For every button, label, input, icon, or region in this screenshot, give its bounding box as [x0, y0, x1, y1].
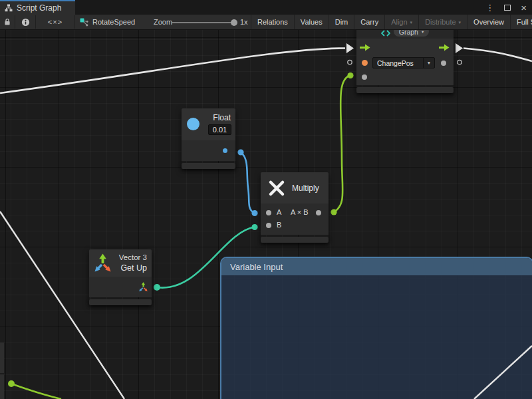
fullscreen-button[interactable]: Full Screen	[510, 15, 532, 29]
wire-end-teal[interactable]	[251, 224, 257, 230]
port-float-output[interactable]	[223, 148, 227, 153]
port-output-label: A × B	[291, 208, 309, 216]
node-subtitle: Get Up	[120, 263, 147, 273]
node-body	[182, 140, 235, 161]
toolbar-buttons: Relations Values Dim Carry Align▾ Distri…	[251, 15, 532, 29]
node-footer	[261, 237, 329, 243]
zoom-value: 1x	[240, 15, 248, 29]
more-button[interactable]: ⋮	[485, 3, 494, 12]
graph-dropdown-button[interactable]: Graph ▾	[394, 30, 429, 37]
control-input-triangle[interactable]	[346, 43, 354, 53]
code-view-button[interactable]: <×>	[36, 15, 74, 29]
wire-blue-float-to-multiply	[241, 152, 254, 213]
graph-name-label: RotateSpeed	[92, 18, 135, 26]
node-body: ChangePos ▼	[356, 39, 454, 85]
node-footer	[356, 87, 454, 93]
open-port[interactable]	[348, 60, 352, 64]
info-icon	[21, 18, 30, 27]
node-header: Vector 3 Get Up	[89, 249, 152, 277]
wire-green-multiply-to-graph	[334, 76, 350, 213]
port-b-label: B	[277, 221, 281, 229]
wire-end-blue[interactable]	[251, 210, 257, 216]
overview-button[interactable]: Overview	[467, 15, 510, 29]
port-vector3-output[interactable]	[138, 282, 148, 292]
tab-title: Script Graph	[17, 3, 61, 13]
window-controls: ⋮ ×	[485, 0, 527, 15]
wire-green-bottom-left	[11, 384, 61, 399]
info-button[interactable]	[15, 15, 35, 29]
carry-button[interactable]: Carry	[354, 15, 384, 29]
script-graph-window: Script Graph ⋮ × <×>	[0, 0, 532, 399]
changepos-dropdown[interactable]: ChangePos ▼	[372, 57, 435, 68]
node-footer	[89, 299, 152, 305]
node-title: Float	[213, 113, 231, 122]
node-body: A A × B B	[261, 203, 329, 235]
vector3-icon	[93, 253, 112, 273]
maximize-button[interactable]	[504, 5, 511, 11]
port-orange[interactable]	[362, 60, 368, 66]
wire-control-out	[464, 49, 532, 62]
edge-node-body[interactable]	[0, 374, 4, 399]
align-button[interactable]: Align▾	[384, 15, 418, 29]
chevron-down-icon: ▾	[459, 20, 462, 25]
zoom-label: Zoom	[154, 15, 172, 29]
float-value-field[interactable]: 0.01	[208, 124, 231, 135]
wire-white-diagonal-right	[474, 346, 532, 399]
port-gray[interactable]	[441, 61, 446, 66]
float-icon	[187, 118, 200, 130]
graph-toolbar: <×> RotateSpeed Zoom 1x Relations Values…	[0, 15, 532, 30]
node-graph-event[interactable]: Graph ▾ ChangePos ▼	[356, 30, 454, 93]
port-a-label: A	[277, 208, 281, 216]
open-port[interactable]	[458, 60, 462, 64]
dim-button[interactable]: Dim	[329, 15, 354, 29]
changepos-value: ChangePos	[373, 59, 423, 67]
control-output-triangle[interactable]	[456, 43, 463, 53]
wire-end-green[interactable]	[8, 380, 15, 387]
port-out[interactable]	[316, 210, 321, 215]
chevron-down-icon: ▾	[410, 20, 413, 25]
wire-teal-vector3-to-multiply	[157, 227, 255, 288]
lock-icon	[3, 18, 11, 26]
node-vector3-get-up[interactable]: Vector 3 Get Up	[89, 249, 152, 305]
distribute-button[interactable]: Distribute▾	[418, 15, 467, 29]
chevron-down-icon: ▾	[422, 30, 424, 35]
node-title: Vector 3	[119, 253, 147, 261]
node-body	[89, 277, 152, 297]
wire-end-green[interactable]	[347, 72, 353, 78]
code-view-icon: <×>	[48, 18, 63, 26]
tab-script-graph[interactable]: Script Graph	[0, 0, 75, 15]
values-button[interactable]: Values	[294, 15, 329, 29]
wire-white-diagonal-left	[0, 211, 124, 399]
graph-canvas[interactable]: Variable Input	[0, 30, 532, 399]
wire-control-in	[0, 49, 345, 94]
wire-end-green[interactable]	[331, 209, 336, 215]
chevron-down-icon: ▼	[423, 58, 434, 68]
flow-out-arrow-icon[interactable]	[439, 44, 450, 51]
node-float[interactable]: Float 0.01	[182, 108, 235, 169]
hierarchy-icon	[5, 4, 13, 12]
relations-button[interactable]: Relations	[251, 15, 294, 29]
multiply-icon	[268, 180, 285, 197]
zoom-slider-handle[interactable]	[231, 19, 237, 26]
node-header: Multiply	[261, 172, 329, 203]
wire-end-teal[interactable]	[154, 284, 160, 291]
graph-icon	[80, 18, 88, 27]
port-b[interactable]	[266, 223, 271, 228]
lock-button[interactable]	[0, 15, 15, 29]
port-gray[interactable]	[362, 74, 367, 80]
node-multiply[interactable]: Multiply A A × B B	[261, 172, 329, 243]
tab-bar: Script Graph ⋮ ×	[0, 0, 532, 15]
edge-node-header[interactable]	[0, 342, 4, 373]
node-header: Float 0.01	[182, 108, 235, 140]
graph-breadcrumb[interactable]: RotateSpeed	[80, 15, 135, 29]
zoom-slider[interactable]	[172, 22, 235, 23]
node-header: Graph ▾	[356, 30, 454, 39]
node-title: Multiply	[292, 184, 319, 193]
flow-in-arrow-icon[interactable]	[360, 44, 370, 51]
port-a[interactable]	[266, 210, 271, 215]
wire-end-blue[interactable]	[237, 149, 243, 155]
close-button[interactable]: ×	[521, 3, 527, 13]
node-footer	[182, 163, 235, 169]
script-graph-icon	[381, 30, 390, 37]
